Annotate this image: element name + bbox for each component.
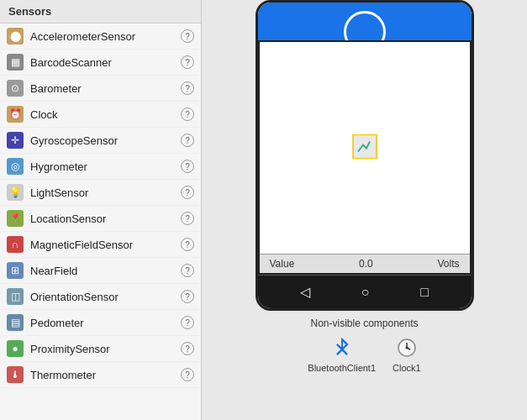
back-icon: ◁ (300, 284, 310, 300)
nearfield-icon: ⊞ (7, 262, 24, 279)
non-visible-section-label: Non-visible components (310, 318, 418, 329)
clock1-label: Clock1 (393, 363, 421, 373)
hygrometer-label: Hygrometer (30, 160, 174, 173)
bluetooth-icon (330, 336, 354, 360)
barometer-label: Barometer (30, 82, 174, 95)
sensor-item-nearfield[interactable]: ⊞ NearField ? (0, 258, 201, 284)
clock-label: Clock (30, 108, 174, 121)
barometer-icon: ⊙ (7, 80, 24, 97)
sensor-item-pedometer[interactable]: ▤ Pedometer ? (0, 310, 201, 336)
sensor-item-gyroscope[interactable]: ✛ GyroscopeSensor ? (0, 128, 201, 154)
orientation-label: OrientationSensor (30, 291, 174, 303)
location-help-icon[interactable]: ? (181, 212, 194, 225)
accelerometer-label: AccelerometerSensor (30, 30, 174, 43)
pedometer-icon: ▤ (7, 314, 24, 331)
thermometer-icon: 🌡 (7, 366, 24, 383)
sensor-item-hygrometer[interactable]: ◎ Hygrometer ? (0, 154, 201, 180)
gyroscope-icon: ✛ (7, 132, 24, 149)
accelerometer-icon: ⬤ (7, 28, 24, 45)
orientation-help-icon[interactable]: ? (181, 290, 194, 303)
sensor-item-proximity[interactable]: ● ProximitySensor ? (0, 336, 201, 362)
sensor-item-magneticfield[interactable]: ∩ MagneticFieldSensor ? (0, 232, 201, 258)
proximity-icon: ● (7, 340, 24, 357)
recent-icon: □ (420, 285, 429, 300)
lightsensor-icon: 💡 (7, 184, 24, 201)
svg-point-5 (405, 347, 408, 349)
lightsensor-help-icon[interactable]: ? (181, 186, 194, 199)
home-icon: ○ (361, 285, 370, 300)
thermometer-label: Thermometer (30, 369, 174, 381)
lightsensor-label: LightSensor (30, 186, 174, 199)
nearfield-label: NearField (30, 265, 174, 277)
proximity-help-icon[interactable]: ? (181, 342, 194, 355)
sensor-item-clock[interactable]: ⏰ Clock ? (0, 102, 201, 128)
sensor-item-orientation[interactable]: ◫ OrientationSensor ? (0, 284, 201, 310)
phone-nav-bar: ◁ ○ □ (258, 275, 472, 308)
proximity-label: ProximitySensor (30, 343, 174, 355)
thermometer-help-icon[interactable]: ? (181, 368, 194, 381)
clock1-icon (395, 336, 419, 360)
sensors-panel: Sensors ⬤ AccelerometerSensor ? ▦ Barcod… (0, 0, 202, 420)
hygrometer-help-icon[interactable]: ? (181, 160, 194, 173)
value-unit: Volts (437, 258, 459, 270)
clock1-component[interactable]: Clock1 (393, 336, 421, 373)
location-label: LocationSensor (30, 213, 174, 225)
pedometer-label: Pedometer (30, 317, 174, 329)
phone-screen-inner (260, 42, 470, 254)
bluetooth-client-component[interactable]: BluetoothClient1 (308, 336, 376, 373)
barometer-help-icon[interactable]: ? (181, 81, 194, 95)
nearfield-help-icon[interactable]: ? (181, 264, 194, 277)
phone-screen: Value 0.0 Volts (258, 40, 472, 275)
pedometer-help-icon[interactable]: ? (181, 316, 194, 329)
accelerometer-help-icon[interactable]: ? (181, 29, 194, 43)
sensor-list: ⬤ AccelerometerSensor ? ▦ BarcodeScanner… (0, 24, 201, 420)
barcode-icon: ▦ (7, 54, 24, 71)
non-visible-area: Non-visible components BluetoothClient1 (202, 311, 527, 380)
panel-header: Sensors (0, 0, 201, 24)
magneticfield-label: MagneticFieldSensor (30, 239, 174, 251)
location-icon: 📍 (7, 210, 24, 227)
gyroscope-help-icon[interactable]: ? (181, 134, 194, 147)
sensor-item-lightsensor[interactable]: 💡 LightSensor ? (0, 180, 201, 206)
sensor-item-thermometer[interactable]: 🌡 Thermometer ? (0, 362, 201, 388)
phone-preview-panel: Value 0.0 Volts ◁ ○ □ Non-visible compon… (202, 0, 527, 420)
hygrometer-icon: ◎ (7, 158, 24, 175)
phone-mockup: Value 0.0 Volts ◁ ○ □ (256, 0, 474, 311)
bluetooth-client-label: BluetoothClient1 (308, 363, 376, 373)
magneticfield-help-icon[interactable]: ? (181, 238, 194, 251)
barcode-label: BarcodeScanner (30, 56, 174, 69)
barcode-help-icon[interactable]: ? (181, 55, 194, 69)
orientation-icon: ◫ (7, 288, 24, 305)
non-visible-components-list: BluetoothClient1 Clock1 (308, 336, 420, 373)
clock-help-icon[interactable]: ? (181, 108, 194, 121)
clock-icon: ⏰ (7, 106, 24, 123)
sensor-item-accelerometer[interactable]: ⬤ AccelerometerSensor ? (0, 24, 201, 50)
value-label: Value (270, 258, 295, 270)
gyroscope-label: GyroscopeSensor (30, 134, 174, 147)
value-number: 0.0 (359, 258, 373, 270)
sensor-item-barometer[interactable]: ⊙ Barometer ? (0, 76, 201, 102)
value-bar: Value 0.0 Volts (260, 254, 470, 273)
sensor-item-barcode[interactable]: ▦ BarcodeScanner ? (0, 50, 201, 76)
component-placeholder-icon (351, 134, 378, 160)
sensor-item-location[interactable]: 📍 LocationSensor ? (0, 206, 201, 232)
magneticfield-icon: ∩ (7, 236, 24, 253)
